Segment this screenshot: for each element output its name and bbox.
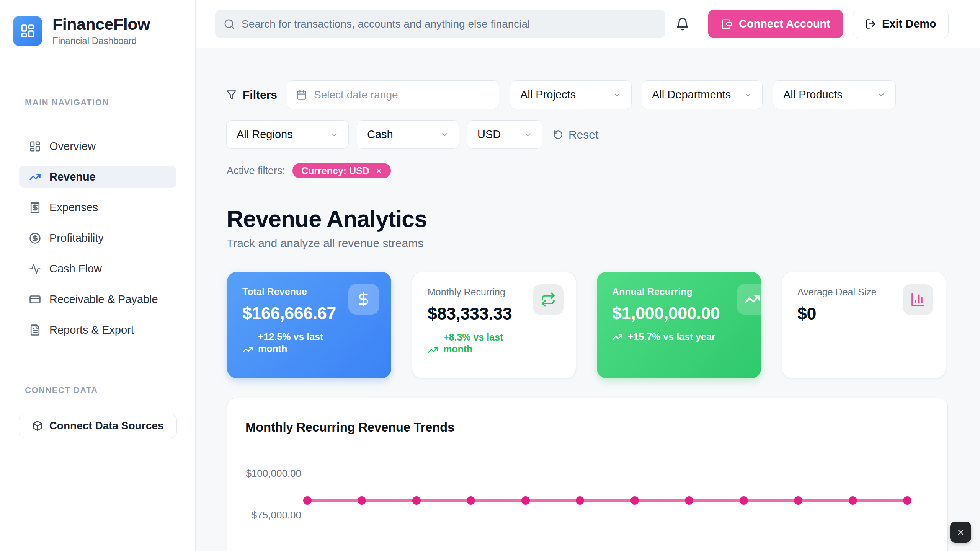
top-header: Connect Account Exit Demo: [196, 0, 980, 48]
dollar-sign-icon: [356, 291, 372, 307]
sidebar-item-label: Cash Flow: [49, 262, 102, 275]
bell-icon: [676, 17, 689, 31]
kpi-card-total-revenue: Total Revenue $166,666.67 +12.5% vs last…: [227, 272, 391, 378]
log-out-icon: [865, 18, 876, 29]
section-divider: [215, 192, 963, 192]
active-filters-row: Active filters: Currency: USD: [215, 163, 963, 178]
active-filters-label: Active filters:: [227, 165, 285, 177]
sidebar-item-profitability[interactable]: Profitability: [19, 227, 176, 249]
notifications-button[interactable]: [676, 17, 689, 31]
regions-select[interactable]: All Regions: [226, 120, 349, 149]
kpi-icon-box: [737, 284, 761, 315]
wallet-icon: [721, 18, 732, 30]
sidebar-item-reports-export[interactable]: Reports & Export: [19, 319, 176, 341]
connect-data-sources-button[interactable]: Connect Data Sources: [19, 414, 177, 438]
trend-data-point: [576, 496, 584, 505]
search-icon: [224, 18, 235, 30]
exit-demo-label: Exit Demo: [882, 18, 936, 30]
kpi-value: $1,000,000.00: [612, 303, 746, 323]
chevron-down-icon: [877, 91, 885, 99]
nav-section-label: MAIN NAVIGATION: [25, 98, 176, 108]
close-overlay-button[interactable]: ×: [950, 522, 971, 543]
connect-account-button[interactable]: Connect Account: [708, 10, 843, 38]
departments-select[interactable]: All Departments: [642, 80, 763, 109]
projects-select[interactable]: All Projects: [510, 80, 632, 109]
sidebar-item-receivable-payable[interactable]: Receivable & Payable: [19, 288, 176, 310]
sidebar-item-label: Reports & Export: [49, 324, 134, 336]
filter-icon: [226, 90, 237, 100]
repeat-icon: [541, 292, 556, 307]
reset-filters-button[interactable]: Reset: [553, 128, 598, 141]
trending-up-icon: [744, 291, 761, 308]
chart-title: Monthly Recurring Revenue Trends: [245, 420, 454, 435]
kpi-icon-box: [348, 284, 379, 315]
kpi-icon-box: [903, 284, 933, 315]
app-logo: [13, 16, 42, 46]
app-subtitle: Financial Dashboard: [52, 36, 150, 46]
trend-data-point: [412, 496, 421, 505]
kpi-card-average-deal-size: Average Deal Size $0: [782, 272, 946, 378]
bar-chart-icon: [910, 292, 926, 307]
sidebar-item-cash-flow[interactable]: Cash Flow: [19, 258, 176, 280]
chevron-down-icon: [744, 91, 752, 99]
date-range-placeholder: Select date range: [314, 89, 398, 101]
y-axis-tick: $100,000.00: [240, 468, 301, 479]
date-range-input[interactable]: Select date range: [287, 80, 499, 109]
sidebar-item-label: Profitability: [49, 232, 104, 245]
exit-demo-button[interactable]: Exit Demo: [853, 10, 949, 38]
connect-data-sources-label: Connect Data Sources: [49, 420, 164, 432]
chevron-down-icon: [613, 91, 621, 99]
sidebar-item-revenue[interactable]: Revenue: [19, 166, 176, 188]
sidebar-item-expenses[interactable]: Expenses: [19, 196, 176, 218]
trend-data-point: [521, 496, 530, 505]
remove-filter-icon[interactable]: [376, 168, 382, 174]
currency-select[interactable]: USD: [467, 120, 542, 149]
trending-up-icon: [29, 171, 41, 183]
search-input[interactable]: [242, 18, 657, 30]
sidebar-item-overview[interactable]: Overview: [19, 135, 176, 157]
kpi-icon-box: [533, 284, 564, 315]
products-select[interactable]: All Products: [773, 80, 896, 109]
kpi-card-annual-recurring: Annual Recurring $1,000,000.00 +15.7% vs…: [597, 272, 761, 378]
main-content: Filters Select date range All Projects A…: [196, 48, 980, 551]
calendar-icon: [296, 90, 307, 100]
trend-data-point: [467, 496, 475, 505]
filters-row-2: All Regions Cash USD Reset: [215, 120, 963, 149]
trend-data-point: [358, 496, 366, 505]
trend-data-point: [630, 496, 639, 505]
chevron-down-icon: [330, 130, 338, 139]
rotate-ccw-icon: [553, 130, 563, 140]
payment-type-select[interactable]: Cash: [357, 120, 459, 149]
filters-row-1: Filters Select date range All Projects A…: [215, 80, 963, 109]
page-title: Revenue Analytics: [227, 207, 963, 231]
connect-section-label: CONNECT DATA: [25, 385, 176, 395]
kpi-card-monthly-recurring: Monthly Recurring $83,333.33 +8.3% vs la…: [412, 272, 576, 378]
receipt-icon: [29, 202, 41, 214]
sidebar-item-label: Receivable & Payable: [49, 293, 158, 306]
trending-up-icon: [242, 344, 253, 355]
trend-data-point: [685, 496, 693, 505]
trending-up-icon: [612, 332, 623, 342]
package-icon: [32, 421, 43, 431]
active-filter-chip-currency[interactable]: Currency: USD: [292, 163, 391, 178]
kpi-delta: +15.7% vs last year: [612, 331, 746, 343]
layout-dashboard-icon: [29, 140, 41, 152]
trend-line: [307, 499, 907, 502]
y-axis-tick: $75,000.00: [240, 509, 301, 521]
credit-card-icon: [29, 293, 41, 305]
sidebar-item-label: Revenue: [49, 171, 96, 183]
sidebar-item-label: Overview: [49, 140, 96, 153]
chevron-down-icon: [440, 130, 449, 139]
trending-up-icon: [428, 345, 438, 355]
app-title: FinanceFlow: [52, 16, 150, 33]
kpi-label: Annual Recurring: [612, 286, 746, 297]
trend-data-point: [794, 496, 802, 505]
chevron-down-icon: [524, 130, 532, 139]
mrr-trends-chart-card: Monthly Recurring Revenue Trends $100,00…: [227, 398, 948, 551]
global-search: [215, 10, 665, 38]
kpi-delta: +12.5% vs last month: [242, 331, 376, 355]
activity-icon: [29, 263, 41, 275]
kpi-delta: +8.3% vs last month: [428, 331, 560, 355]
trend-data-point: [303, 496, 312, 505]
page-subtitle: Track and analyze all revenue streams: [227, 237, 963, 250]
